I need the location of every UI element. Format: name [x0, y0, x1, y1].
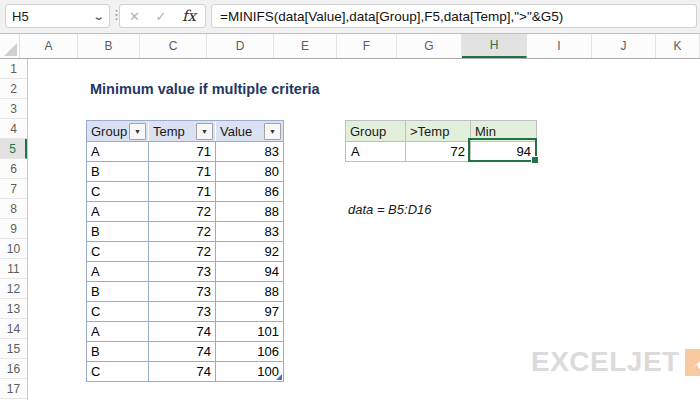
row-header-1[interactable]: 1	[0, 59, 27, 79]
data-cell[interactable]: C	[87, 301, 149, 321]
data-table-header-group[interactable]: Group▼	[87, 121, 149, 141]
data-cell[interactable]: 74	[149, 341, 216, 361]
data-cell[interactable]: 74	[149, 321, 216, 341]
data-cell[interactable]: C	[87, 181, 149, 201]
data-table-header-temp[interactable]: Temp▼	[149, 121, 216, 141]
cancel-icon[interactable]: ✕	[129, 9, 140, 24]
data-cell[interactable]: A	[87, 141, 149, 161]
data-cell[interactable]: B	[87, 221, 149, 241]
data-cell[interactable]: 72	[149, 241, 216, 261]
data-cell[interactable]: 73	[149, 261, 216, 281]
column-header-F[interactable]: F	[337, 34, 397, 58]
column-header-A[interactable]: A	[20, 34, 78, 58]
column-header-B[interactable]: B	[78, 34, 140, 58]
data-cell[interactable]: 100	[216, 361, 283, 381]
data-cell[interactable]: 74	[149, 361, 216, 381]
data-cell[interactable]: 86	[216, 181, 283, 201]
data-table-row: B7180	[87, 161, 283, 181]
selected-cell-outline[interactable]	[468, 138, 537, 162]
range-annotation: data = B5:D16	[348, 202, 431, 217]
data-cell[interactable]: A	[87, 321, 149, 341]
row-header-3[interactable]: 3	[0, 99, 27, 119]
data-table-row: C7186	[87, 181, 283, 201]
criteria-cell[interactable]: 72	[406, 141, 471, 161]
column-header-K[interactable]: K	[656, 34, 700, 58]
select-all-button[interactable]	[0, 34, 20, 58]
select-all-triangle-icon	[4, 43, 17, 56]
row-header-4[interactable]: 4	[0, 119, 27, 139]
column-header-J[interactable]: J	[592, 34, 656, 58]
column-header-H[interactable]: H	[462, 34, 527, 58]
column-headers: ABCDEFGHIJK	[0, 34, 700, 59]
data-cell[interactable]: 73	[149, 281, 216, 301]
column-header-G[interactable]: G	[397, 34, 462, 58]
data-cell[interactable]: 72	[149, 201, 216, 221]
data-table-row: C74100	[87, 361, 283, 381]
criteria-header-temp: >Temp	[406, 121, 471, 141]
data-cell[interactable]: B	[87, 281, 149, 301]
data-cell[interactable]: 80	[216, 161, 283, 181]
column-header-I[interactable]: I	[527, 34, 592, 58]
data-cell[interactable]: 71	[149, 181, 216, 201]
row-header-16[interactable]: 16	[0, 359, 27, 379]
data-cell[interactable]: 73	[149, 301, 216, 321]
data-cell[interactable]: 106	[216, 341, 283, 361]
data-cell[interactable]: 101	[216, 321, 283, 341]
row-header-10[interactable]: 10	[0, 239, 27, 259]
data-cell[interactable]: C	[87, 361, 149, 381]
data-table-row: B7283	[87, 221, 283, 241]
filter-dropdown-icon[interactable]: ▼	[196, 123, 213, 140]
chevron-down-icon[interactable]: ⌄	[92, 12, 105, 20]
exceljet-logo: EXCELJET	[531, 346, 700, 378]
data-table-row: A7183	[87, 141, 283, 161]
data-table: Group▼Temp▼Value▼A7183B7180C7186A7288B72…	[86, 120, 284, 382]
row-header-8[interactable]: 8	[0, 199, 27, 219]
row-header-5[interactable]: 5	[0, 139, 27, 159]
data-cell[interactable]: 97	[216, 301, 283, 321]
data-cell[interactable]: 71	[149, 141, 216, 161]
column-header-D[interactable]: D	[207, 34, 274, 58]
column-header-E[interactable]: E	[274, 34, 337, 58]
enter-icon[interactable]: ✓	[155, 9, 166, 24]
data-cell[interactable]: 72	[149, 221, 216, 241]
data-table-row: C7292	[87, 241, 283, 261]
data-table-header-value[interactable]: Value▼	[216, 121, 283, 141]
data-table-row: A74101	[87, 321, 283, 341]
data-cell[interactable]: C	[87, 241, 149, 261]
row-headers: 1234567891011121314151617	[0, 59, 28, 400]
name-box[interactable]: H5 ⌄	[5, 4, 110, 28]
row-header-7[interactable]: 7	[0, 179, 27, 199]
row-header-17[interactable]: 17	[0, 379, 27, 399]
data-cell[interactable]: B	[87, 161, 149, 181]
row-header-9[interactable]: 9	[0, 219, 27, 239]
criteria-header-group: Group	[346, 121, 406, 141]
filter-dropdown-icon[interactable]: ▼	[129, 123, 146, 140]
column-header-C[interactable]: C	[140, 34, 207, 58]
data-cell[interactable]: B	[87, 341, 149, 361]
data-table-header-row: Group▼Temp▼Value▼	[87, 121, 283, 141]
formula-input[interactable]: =MINIFS(data[Value],data[Group],F5,data[…	[211, 4, 697, 28]
row-header-6[interactable]: 6	[0, 159, 27, 179]
data-cell[interactable]: 71	[149, 161, 216, 181]
criteria-cell[interactable]: A	[346, 141, 406, 161]
row-header-11[interactable]: 11	[0, 259, 27, 279]
data-cell[interactable]: 94	[216, 261, 283, 281]
data-cell[interactable]: A	[87, 201, 149, 221]
exceljet-logo-text: EXCELJET	[531, 346, 680, 378]
data-cell[interactable]: 83	[216, 141, 283, 161]
data-cell[interactable]: 83	[216, 221, 283, 241]
data-cell[interactable]: 88	[216, 201, 283, 221]
header-label: Temp	[153, 124, 185, 139]
insert-function-icon[interactable]: fx	[182, 7, 196, 25]
row-header-2[interactable]: 2	[0, 79, 27, 99]
data-cell[interactable]: 92	[216, 241, 283, 261]
row-header-12[interactable]: 12	[0, 279, 27, 299]
row-header-15[interactable]: 15	[0, 339, 27, 359]
row-header-13[interactable]: 13	[0, 299, 27, 319]
fill-handle[interactable]	[531, 156, 539, 164]
row-header-14[interactable]: 14	[0, 319, 27, 339]
filter-dropdown-icon[interactable]: ▼	[264, 123, 281, 140]
data-cell[interactable]: 88	[216, 281, 283, 301]
table-resize-handle[interactable]	[276, 374, 282, 380]
data-cell[interactable]: A	[87, 261, 149, 281]
